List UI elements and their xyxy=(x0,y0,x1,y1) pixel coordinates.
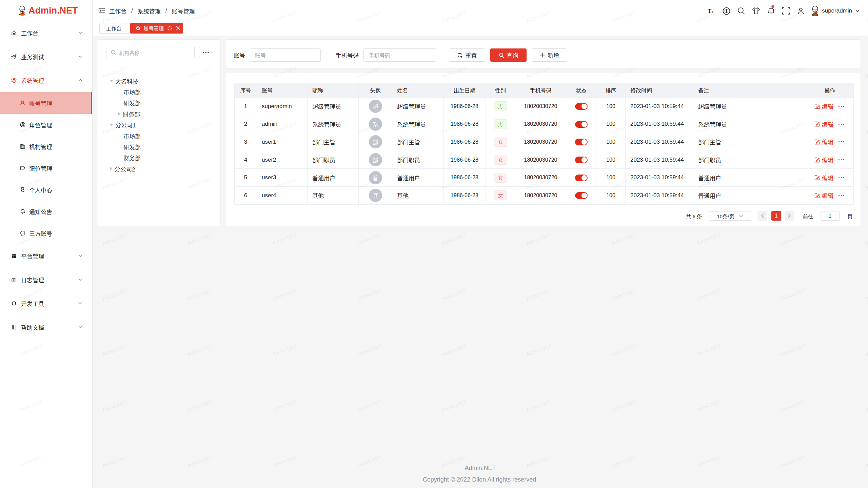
svg-text:T: T xyxy=(712,10,714,14)
svg-text:T: T xyxy=(708,8,712,14)
